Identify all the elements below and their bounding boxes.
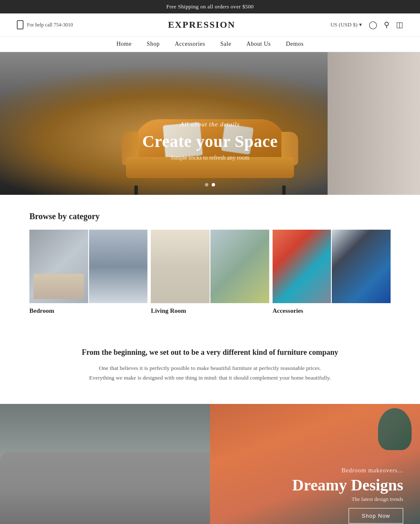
hero2-right-panel: [210, 404, 420, 524]
hero-description: Simple tricks to refresh any room: [84, 155, 336, 161]
sofa-leg-left: [134, 186, 138, 195]
site-logo[interactable]: EXPRESSION: [168, 19, 236, 30]
nav-item-home[interactable]: Home: [116, 41, 131, 47]
about-section: From the beginning, we set out to be a v…: [0, 323, 420, 404]
nav-item-shop[interactable]: Shop: [147, 41, 160, 47]
nav-item-accessories[interactable]: Accessories: [175, 41, 205, 47]
hero2-plant: [378, 408, 412, 450]
living-image-1: [151, 230, 210, 303]
hero2-text-block: Bedroom makeovers... Dreamy Designs The …: [292, 467, 403, 503]
hero-title: Create your Space: [84, 131, 336, 151]
sofa-leg-right: [282, 186, 286, 195]
hero2-banner: Bedroom makeovers... Dreamy Designs The …: [0, 404, 420, 524]
help-text: For help call 754-3010: [27, 22, 73, 28]
bedroom-label: Bedroom: [29, 307, 147, 314]
hero2-button-container: Shop Now: [349, 508, 403, 524]
header: For help call 754-3010 EXPRESSION US (US…: [0, 13, 420, 37]
announcement-text: Free Shipping on all orders over $500: [166, 3, 254, 10]
accessories-image-2: [332, 230, 391, 303]
hero2-subtitle: Bedroom makeovers...: [292, 467, 403, 474]
hero2-blanket: [0, 452, 231, 524]
category-living-room[interactable]: Living Room: [151, 230, 269, 314]
about-line-2: Everything we make is designed with one …: [89, 375, 331, 381]
hero-banner: All about the details Create your Space …: [0, 52, 420, 195]
hero-dot-2[interactable]: [212, 183, 215, 186]
announcement-bar: Free Shipping on all orders over $500: [0, 0, 420, 13]
account-icon[interactable]: ◯: [369, 20, 377, 29]
header-help: For help call 754-3010: [17, 20, 73, 29]
currency-label: US (USD $): [331, 21, 357, 28]
about-title: From the beginning, we set out to be a v…: [50, 348, 370, 357]
accessories-images: [273, 230, 391, 303]
living-room-images: [151, 230, 269, 303]
browse-title: Browse by category: [29, 212, 391, 221]
accessories-label: Accessories: [273, 307, 391, 314]
hero-side-panel-right: [328, 52, 420, 195]
browse-section: Browse by category Bedroom Living Room: [0, 195, 420, 323]
living-image-2: [210, 230, 269, 303]
hero-dot-1[interactable]: [205, 183, 208, 186]
category-spacer-2: [269, 230, 273, 314]
category-grid: Bedroom Living Room Accessories: [29, 230, 391, 314]
cart-icon[interactable]: ◫: [396, 20, 403, 29]
bedroom-image-1: [29, 230, 88, 303]
hero-dots: [205, 183, 215, 186]
currency-chevron-icon: ▾: [359, 21, 362, 28]
accessories-image-1: [273, 230, 331, 303]
nav-item-about-us[interactable]: About Us: [247, 41, 271, 47]
nav-item-demos[interactable]: Demos: [286, 41, 304, 47]
phone-icon: [17, 20, 24, 29]
currency-selector[interactable]: US (USD $) ▾: [331, 21, 362, 28]
main-nav: Home Shop Accessories Sale About Us Demo…: [0, 37, 420, 52]
hero-text-block: All about the details Create your Space …: [84, 121, 336, 161]
hero2-shop-button[interactable]: Shop Now: [349, 508, 403, 524]
hero2-description: The latest design trends: [292, 496, 403, 503]
hero-subtitle: All about the details: [84, 121, 336, 128]
category-spacer-1: [147, 230, 151, 314]
nav-item-sale[interactable]: Sale: [220, 41, 231, 47]
category-bedroom[interactable]: Bedroom: [29, 230, 147, 314]
bedroom-image-2: [89, 230, 148, 303]
hero2-title: Dreamy Designs: [292, 476, 403, 494]
hero2-left-panel: [0, 404, 231, 524]
header-actions: US (USD $) ▾ ◯ ⚲ ◫: [331, 20, 403, 29]
about-line-1: One that believes it is perfectly possib…: [99, 365, 321, 371]
bedroom-images: [29, 230, 147, 303]
living-room-label: Living Room: [151, 307, 269, 314]
about-text: One that believes it is perfectly possib…: [50, 364, 370, 383]
search-icon[interactable]: ⚲: [384, 20, 389, 29]
category-accessories[interactable]: Accessories: [273, 230, 391, 314]
